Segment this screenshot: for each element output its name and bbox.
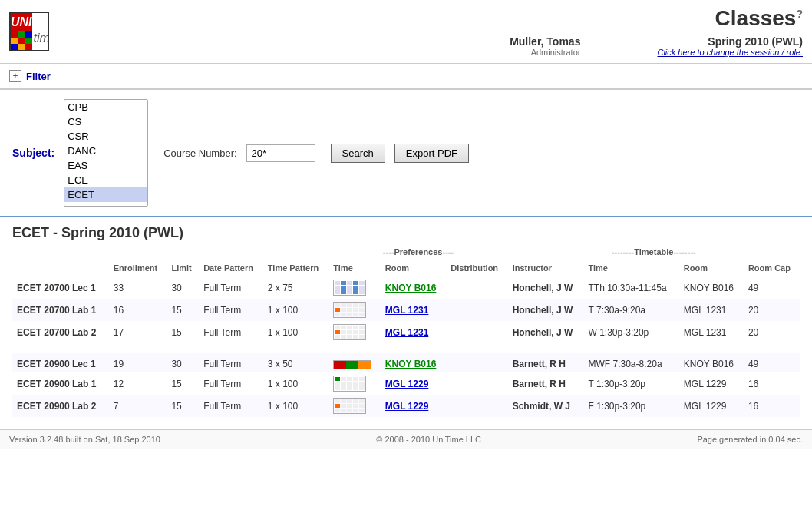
pref-time-icon [328, 395, 381, 417]
export-pdf-button[interactable]: Export PDF [394, 144, 469, 163]
filter-label[interactable]: Filter [26, 71, 51, 82]
col-pref-time: Time [328, 260, 381, 276]
logo-blank [32, 13, 49, 31]
cal-icon [333, 280, 366, 296]
tt-room: MGL 1229 [679, 372, 744, 395]
pref-time-icon [328, 299, 381, 321]
date-pattern: Full Term [199, 353, 263, 372]
filter-toggle[interactable]: + Filter [9, 70, 803, 82]
user-name: Muller, Tomas [510, 35, 580, 48]
pref-room[interactable]: MGL 1229 [381, 395, 447, 417]
logo-time-text: time [32, 31, 49, 45]
date-pattern: Full Term [199, 372, 263, 395]
tt-room-cap: 16 [744, 372, 800, 395]
table-row: ECET 20700 Lec 13330Full Term2 x 75KNOY … [12, 276, 800, 300]
course-number-input[interactable] [246, 144, 315, 162]
logo-uni: UNI [11, 13, 32, 31]
col-tt-room-cap: Room Cap [744, 260, 800, 276]
col-enrollment: Enrollment [109, 260, 167, 276]
date-pattern: Full Term [199, 321, 263, 343]
subject-label: Subject: [12, 147, 54, 159]
class-name: ECET 20700 Lec 1 [12, 276, 109, 300]
class-name: ECET 20900 Lab 1 [12, 372, 109, 395]
col-time-pattern: Time Pattern [263, 260, 328, 276]
tt-room-cap: 49 [744, 276, 800, 300]
table-body: ECET 20700 Lec 13330Full Term2 x 75KNOY … [12, 276, 800, 418]
limit: 30 [167, 276, 199, 300]
pref-room[interactable]: MGL 1229 [381, 372, 447, 395]
col-pref-room: Room [381, 260, 447, 276]
col-class [12, 260, 109, 276]
search-form: Subject: CPB CS CSR DANC EAS ECE ECET Co… [0, 90, 812, 216]
footer-copyright: © 2008 - 2010 UniTime LLC [376, 435, 481, 444]
session-details: Spring 2010 (PWL) Click here to change t… [657, 35, 803, 57]
tt-room-cap: 49 [744, 353, 800, 372]
cal-icon [333, 360, 371, 369]
limit: 15 [167, 299, 199, 321]
instructor: Barnett, R H [508, 353, 584, 372]
enrollment: 33 [109, 276, 167, 300]
cal-icon [333, 398, 366, 414]
pref-dist [446, 321, 507, 343]
classes-table-container: ----Preferences---- --------Timetable---… [0, 244, 812, 429]
table-row: ECET 20900 Lec 11930Full Term3 x 50KNOY … [12, 353, 800, 372]
search-button[interactable]: Search [331, 144, 385, 163]
instructor: Honchell, J W [508, 321, 584, 343]
tt-room: MGL 1229 [679, 395, 744, 417]
instructor: Schmidt, W J [508, 395, 584, 417]
table-row: ECET 20700 Lab 21715Full Term1 x 100MGL … [12, 321, 800, 343]
user-details: Muller, Tomas Administrator [510, 35, 611, 57]
col-date-pattern: Date Pattern [199, 260, 263, 276]
session-link[interactable]: Click here to change the session / role. [657, 48, 803, 57]
pref-room[interactable]: MGL 1231 [381, 299, 447, 321]
pref-dist [446, 276, 507, 300]
date-pattern: Full Term [199, 395, 263, 417]
instructor: Honchell, J W [508, 276, 584, 300]
header-right: Classes? Muller, Tomas Administrator Spr… [510, 6, 803, 57]
col-pref-dist: Distribution [446, 260, 507, 276]
class-name: ECET 20900 Lec 1 [12, 353, 109, 372]
tt-room: KNOY B016 [679, 353, 744, 372]
logo-grid [11, 31, 32, 50]
time-pattern: 1 x 100 [263, 372, 328, 395]
class-name: ECET 20700 Lab 1 [12, 299, 109, 321]
footer-generated: Page generated in 0.04 sec. [697, 435, 803, 444]
cal-icon [333, 302, 366, 318]
enrollment: 7 [109, 395, 167, 417]
instructor: Honchell, J W [508, 299, 584, 321]
enrollment: 19 [109, 353, 167, 372]
pref-room[interactable]: KNOY B016 [381, 276, 447, 300]
enrollment: 12 [109, 372, 167, 395]
col-tt-time: Time [584, 260, 679, 276]
tt-time: TTh 10:30a-11:45a [584, 276, 679, 300]
logo-area: UNI time [9, 12, 54, 51]
filter-bar: + Filter [0, 64, 812, 89]
time-pattern: 1 x 100 [263, 395, 328, 417]
enrollment: 17 [109, 321, 167, 343]
page-title: Classes? [510, 6, 803, 31]
class-name: ECET 20900 Lab 2 [12, 395, 109, 417]
limit: 30 [167, 353, 199, 372]
pref-dist [446, 299, 507, 321]
filter-toggle-icon: + [9, 70, 21, 82]
session-name: Spring 2010 (PWL) [657, 35, 803, 48]
subject-select[interactable]: CPB CS CSR DANC EAS ECE ECET [64, 99, 148, 207]
time-pattern: 3 x 50 [263, 353, 328, 372]
time-pattern: 1 x 100 [263, 299, 328, 321]
date-pattern: Full Term [199, 299, 263, 321]
classes-table: ----Preferences---- --------Timetable---… [12, 244, 800, 417]
footer-version: Version 3.2.48 built on Sat, 18 Sep 2010 [9, 435, 160, 444]
tt-time: MWF 7:30a-8:20a [584, 353, 679, 372]
preferences-header: ----Preferences---- [328, 244, 507, 260]
limit: 15 [167, 395, 199, 417]
pref-dist [446, 395, 507, 417]
date-pattern: Full Term [199, 276, 263, 300]
pref-room[interactable]: KNOY B016 [381, 353, 447, 372]
tt-room-cap: 20 [744, 299, 800, 321]
pref-time-icon [328, 372, 381, 395]
logo-time: time [32, 31, 49, 50]
pref-room[interactable]: MGL 1231 [381, 321, 447, 343]
pref-time-icon [328, 321, 381, 343]
cal-icon [333, 324, 366, 340]
course-number-label: Course Number: [163, 147, 236, 159]
